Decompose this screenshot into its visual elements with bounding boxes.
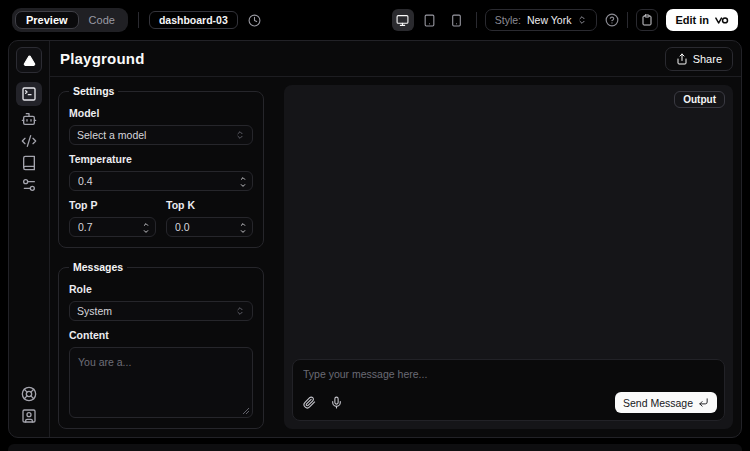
edit-in-label: Edit in xyxy=(675,14,709,26)
sidebar-item-settings[interactable] xyxy=(17,174,41,196)
toolbar-left: Preview Code dashboard-03 xyxy=(12,8,261,32)
home-logo-button[interactable] xyxy=(16,47,42,73)
number-stepper-icon[interactable] xyxy=(239,175,247,189)
top-toolbar: Preview Code dashboard-03 Style: New Yor… xyxy=(0,0,750,40)
help-circle-icon[interactable] xyxy=(605,13,619,27)
temperature-label: Temperature xyxy=(69,153,253,165)
sidebar-item-api[interactable] xyxy=(17,130,41,152)
style-select-label: Style: xyxy=(495,14,521,26)
sidebar-item-playground[interactable] xyxy=(16,82,42,106)
mic-icon[interactable] xyxy=(330,396,343,409)
style-select-value: New York xyxy=(527,14,571,26)
resize-grip-icon[interactable] xyxy=(242,407,250,415)
sliders-icon xyxy=(21,177,37,193)
number-stepper-icon[interactable] xyxy=(239,221,247,235)
output-badge: Output xyxy=(674,91,725,108)
style-select[interactable]: Style: New York xyxy=(485,9,598,31)
role-select[interactable]: System xyxy=(69,301,253,321)
share-icon xyxy=(676,53,688,65)
preview-code-tabs: Preview Code xyxy=(12,8,128,32)
block-name-badge[interactable]: dashboard-03 xyxy=(149,11,238,29)
divider xyxy=(627,12,628,28)
chevrons-up-down-icon xyxy=(577,15,587,25)
settings-column: Settings Model Select a model Temperatur… xyxy=(58,85,264,429)
model-select[interactable]: Select a model xyxy=(69,125,253,145)
settings-legend: Settings xyxy=(69,85,118,97)
message-composer: Send Message xyxy=(292,359,725,421)
composer-actions: Send Message xyxy=(303,392,717,413)
top-p-label: Top P xyxy=(69,199,156,211)
content-textarea[interactable] xyxy=(69,347,253,418)
page-title: Playground xyxy=(60,50,145,67)
tablet-icon[interactable] xyxy=(419,9,441,31)
send-message-label: Send Message xyxy=(623,397,693,409)
sidebar-item-models[interactable] xyxy=(17,108,41,130)
settings-fieldset: Settings Model Select a model Temperatur… xyxy=(58,85,264,248)
message-input[interactable] xyxy=(303,368,714,380)
bot-icon xyxy=(21,111,37,127)
top-p-k-row: Top P Top K xyxy=(69,191,253,237)
role-select-value: System xyxy=(77,305,112,317)
next-section-peek xyxy=(8,444,742,451)
paperclip-icon[interactable] xyxy=(303,396,316,409)
device-toggle-group xyxy=(392,9,468,31)
sidebar-item-account[interactable] xyxy=(17,405,41,427)
tab-code[interactable]: Code xyxy=(79,12,125,28)
tab-preview[interactable]: Preview xyxy=(15,11,79,29)
number-stepper-icon[interactable] xyxy=(142,221,150,235)
clipboard-icon[interactable] xyxy=(636,9,658,31)
divider xyxy=(138,12,139,28)
output-panel: Output Send Message xyxy=(284,85,733,429)
toolbar-right: Style: New York Edit in xyxy=(392,9,738,31)
corner-down-left-icon xyxy=(698,397,709,408)
sidebar-item-help[interactable] xyxy=(17,383,41,405)
v0-logo-icon xyxy=(714,14,729,26)
send-message-button[interactable]: Send Message xyxy=(615,392,717,413)
book-icon xyxy=(21,155,37,171)
code-icon xyxy=(21,133,37,149)
messages-fieldset: Messages Role System Content xyxy=(58,261,264,429)
top-p-input-wrap xyxy=(69,217,156,237)
messages-legend: Messages xyxy=(69,261,127,273)
triangle-icon xyxy=(23,54,36,67)
model-select-placeholder: Select a model xyxy=(77,129,146,141)
top-k-label: Top K xyxy=(166,199,253,211)
chevrons-up-down-icon xyxy=(235,130,245,140)
square-terminal-icon xyxy=(21,86,37,102)
content-textarea-wrap xyxy=(69,347,253,418)
model-label: Model xyxy=(69,107,253,119)
icon-sidebar xyxy=(9,41,50,437)
main-content: Settings Model Select a model Temperatur… xyxy=(50,77,741,437)
life-buoy-icon xyxy=(21,386,37,402)
content-label: Content xyxy=(69,329,253,341)
monitor-icon[interactable] xyxy=(392,9,414,31)
sidebar-item-documentation[interactable] xyxy=(17,152,41,174)
edit-in-v0-button[interactable]: Edit in xyxy=(666,9,738,31)
temperature-input[interactable] xyxy=(70,175,252,187)
square-user-icon xyxy=(21,408,37,424)
top-k-input-wrap xyxy=(166,217,253,237)
app-preview-frame: Playground Share Settings Model Select a… xyxy=(8,40,742,438)
smartphone-icon[interactable] xyxy=(446,9,468,31)
chevrons-up-down-icon xyxy=(235,306,245,316)
role-label: Role xyxy=(69,283,253,295)
page-header: Playground Share xyxy=(50,41,741,77)
temperature-input-wrap xyxy=(69,171,253,191)
divider xyxy=(476,12,477,28)
share-button[interactable]: Share xyxy=(665,47,733,71)
share-label: Share xyxy=(693,53,722,65)
history-clock-icon[interactable] xyxy=(248,14,261,27)
